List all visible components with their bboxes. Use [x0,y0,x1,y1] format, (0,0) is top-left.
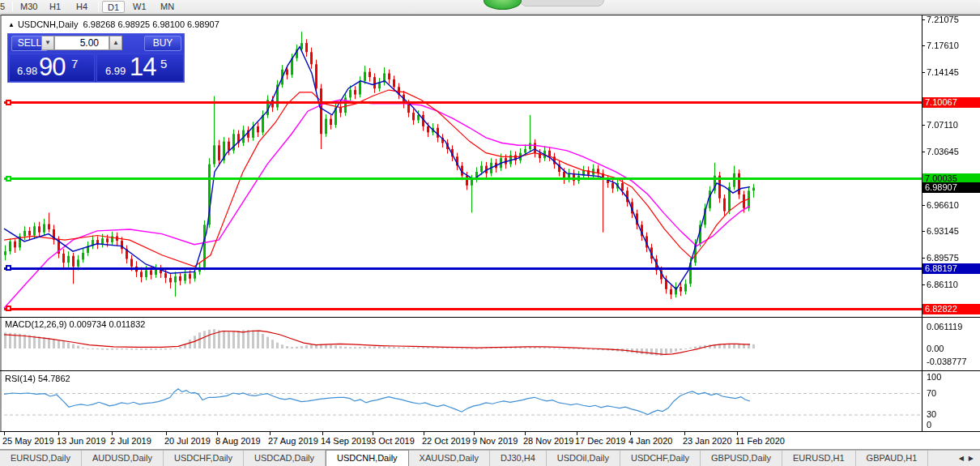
overlay-green-oval [484,0,522,10]
hline-lower-support-marker[interactable] [6,306,11,311]
chart-tab-audusd-daily[interactable]: AUDUSD,Daily [82,451,164,466]
timeframe-d1-button[interactable]: D1 [102,1,125,13]
volume-input[interactable] [54,36,109,50]
date-tick-mark [474,432,475,435]
hline-support[interactable] [4,267,922,270]
hline-lower-support[interactable] [4,308,922,310]
chart-tab-usdcnh-daily[interactable]: USDCNH,Daily [326,450,409,466]
macd-axis-label: 0.00 [927,344,944,353]
axis-tick-label: 7.03645 [927,147,959,156]
axis-tick-mark [922,231,925,232]
date-label: 23 Jan 2020 [683,436,732,446]
tab-scroll-left-icon[interactable]: ◀ [959,455,964,462]
date-tick-mark [270,432,271,435]
one-click-trading-panel: SELL ▼ ▲ BUY 6.98 90 7 6.99 14 5 [7,33,185,83]
chart-tab-usdchf-daily[interactable]: USDCHF,Daily [620,451,701,466]
collapse-arrow-icon[interactable]: ▲ [8,21,15,28]
chart-tab-eurusd-daily[interactable]: EURUSD,Daily [0,451,82,466]
mt4-terminal-window: 5 M30 H1 H4 D1 W1 MN ▲USDCNH,Daily 6.982… [0,0,980,466]
toolbar-separator [12,2,13,11]
axis-tick-mark [922,19,925,20]
chart-tab-xauusd-daily[interactable]: XAUUSD,Daily [409,451,490,466]
chart-tab-usdchf-daily[interactable]: USDCHF,Daily [164,451,244,466]
date-tick-mark [4,432,5,435]
axis-tick-mark [922,205,925,206]
timeframe-m5-button[interactable]: 5 [0,1,10,13]
axis-tick-mark [922,45,925,46]
buy-price-box[interactable]: 6.99 14 5 [96,53,184,82]
date-label: 8 Aug 2019 [215,436,261,446]
axis-tick-label: 6.93145 [927,226,959,236]
hline-resistance-marker[interactable] [6,100,11,105]
symbol-period-label: USDCNH,Daily [18,19,79,29]
axis-tick-label: 7.17610 [927,41,959,50]
macd-rsi-separator[interactable] [0,370,980,371]
volume-increase-button[interactable]: ▲ [109,36,122,50]
axis-tick-mark [922,284,925,285]
date-label: 17 Dec 2019 [575,436,625,446]
rsi-axis-label: 30 [927,409,936,419]
chart-tab-usdcad-daily[interactable]: USDCAD,Daily [244,451,326,466]
date-tick-mark [217,432,218,435]
macd-label: MACD(12,26,9) 0.009734 0.011832 [5,319,145,329]
buy-button[interactable]: BUY [144,36,181,51]
chart-tab-dj30-h4[interactable]: DJ30,H4 [490,451,547,466]
date-label: 25 May 2019 [2,436,54,446]
hline-resistance[interactable] [4,101,922,104]
chart-tab-gbpaud-h1[interactable]: GBPAUD,H1 [856,451,929,466]
date-label: 20 Jul 2019 [164,436,211,446]
tab-scroll-controls: ◀▶ [952,451,980,466]
axis-tick-label: 7.14145 [927,67,959,77]
macd-axis-label: 0.061119 [927,322,962,331]
resistance-price-badge: 7.10067 [922,97,980,108]
hline-pivot[interactable] [4,177,922,180]
timeframe-m30-button[interactable]: M30 [15,1,42,13]
date-tick-mark [424,432,424,435]
buy-price-pip: 5 [160,57,167,71]
axis-tick-mark [922,72,925,73]
hline-support-marker[interactable] [6,265,11,271]
timeframe-h1-button[interactable]: H1 [45,1,66,13]
chart-tab-eurusd-h1[interactable]: EURUSD,H1 [782,451,856,466]
lower-support-price-badge: 6.82822 [922,304,980,314]
tab-scroll-right-icon[interactable]: ▶ [969,455,974,462]
date-tick-mark [630,432,631,435]
timeframe-h4-button[interactable]: H4 [71,1,92,13]
chart-title: ▲USDCNH,Daily 6.98268 6.98925 6.98100 6.… [8,19,219,29]
support-price-badge: 6.88197 [922,263,980,274]
axis-tick-mark [922,152,925,152]
axis-tick-label: 6.96610 [927,200,959,210]
rsi-axis-label: 70 [927,388,936,398]
rsi-dateaxis-separator [0,431,980,432]
current-price-badge: 6.98907 [922,182,980,193]
date-axis[interactable]: 25 May 201913 Jun 20192 Jul 201920 Jul 2… [0,432,980,449]
axis-tick-label: 6.89575 [927,253,959,263]
overlay-pill-shape [520,0,604,6]
rsi-axis-label: 0 [927,420,931,430]
timeframe-mn-button[interactable]: MN [156,1,179,13]
chart-tab-usdoil-daily[interactable]: USDOil,Daily [547,451,620,466]
volume-decrease-button[interactable]: ▼ [41,36,54,50]
date-label: 3 Oct 2019 [371,436,415,446]
toolbar-separator [98,2,99,11]
hline-pivot-marker[interactable] [6,176,11,182]
axis-tick-label: 7.07110 [927,120,958,130]
chart-tab-gbpusd-daily[interactable]: GBPUSD,Daily [701,451,782,466]
date-tick-mark [684,432,685,435]
date-tick-mark [322,432,323,435]
sell-price-pip: 7 [71,57,78,71]
price-macd-separator[interactable] [0,317,980,318]
date-label: 11 Feb 2020 [735,436,785,446]
sell-price-box[interactable]: 6.98 90 7 [9,53,95,82]
date-label: 22 Oct 2019 [422,436,471,446]
macd-axis-label: -0.038777 [927,357,967,366]
rsi-label: RSI(14) 54.7862 [5,374,70,383]
date-tick-mark [525,432,526,435]
date-label: 9 Nov 2019 [472,436,518,446]
date-label: 27 Aug 2019 [268,436,318,446]
buy-price-main: 14 [130,53,156,82]
date-tick-mark [58,432,59,435]
timeframe-w1-button[interactable]: W1 [128,1,151,13]
date-label: 13 Jun 2019 [57,436,106,446]
sell-price-prefix: 6.98 [17,65,37,77]
